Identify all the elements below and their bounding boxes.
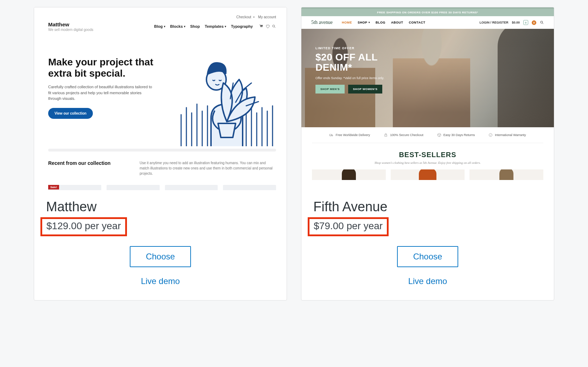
svg-point-2 [541, 21, 543, 23]
theme-preview[interactable]: Checkout•My account Matthew We sell mode… [34, 7, 287, 190]
menu-home: HOME [342, 21, 352, 24]
preview-divider [48, 149, 276, 152]
logo-title: Matthew [48, 21, 93, 27]
wishlist-count-badge: 0 [532, 20, 536, 25]
menu-about: ABOUT [391, 21, 403, 24]
hero-cta-button: View our collection [48, 108, 93, 119]
live-demo-link[interactable]: Live demo [408, 276, 447, 286]
theme-preview[interactable]: FREE SHIPPING ON ORDERS OVER $100 FREE 3… [301, 7, 554, 190]
price-highlight: $79.00 per year [308, 217, 389, 236]
menu-blog: BLOG [376, 21, 385, 24]
subsection-heading: Recent from our collection [48, 160, 129, 176]
preview-top-banner: FREE SHIPPING ON ORDERS OVER $100 FREE 3… [301, 7, 554, 16]
hero-offer-text: Offer ends Sunday. *Valid on full price … [315, 76, 384, 80]
chevron-down-icon: ▾ [369, 21, 370, 24]
nav-item-typography: Typography [231, 24, 253, 28]
brand-logo: 5th avenue [311, 20, 333, 25]
cart-count-badge: 0 [523, 20, 528, 25]
theme-price: $129.00 per year [46, 220, 121, 232]
search-icon [540, 20, 544, 25]
preview-thumbnails: Sale! [48, 185, 276, 190]
cart-amount: $0.00 [512, 21, 520, 24]
box-icon [437, 133, 441, 137]
nav-item-shop: Shop [190, 24, 200, 28]
nav-item-blocks: Blocks▾ [170, 24, 185, 28]
logo-tagline: We sell modern digital goods [48, 28, 93, 32]
preview-subsection: Recent from our collection Use it anytim… [48, 160, 276, 176]
chevron-down-icon: ▾ [225, 25, 226, 28]
preview-right-nav: LOGIN / REGISTER $0.00 0 0 [479, 20, 544, 25]
heart-icon [266, 24, 270, 28]
nav-item-templates: Templates▾ [205, 24, 226, 28]
theme-meta: Matthew $129.00 per year Choose Live dem… [34, 190, 287, 300]
theme-card-fifth-avenue: FREE SHIPPING ON ORDERS OVER $100 FREE 3… [301, 7, 554, 301]
product-image [499, 169, 513, 180]
hero-person-illustration [498, 29, 554, 127]
nav-item-blog: Blog▾ [154, 24, 165, 28]
hero-text: LIMITED TIME OFFER $20 OFF ALLDENIM* Off… [315, 46, 384, 94]
chevron-down-icon: ▾ [164, 25, 165, 28]
theme-meta: Fifth Avenue $79.00 per year Choose Live… [301, 190, 554, 300]
preview-logo: Matthew We sell modern digital goods [48, 21, 93, 32]
preview-hero: LIMITED TIME OFFER $20 OFF ALLDENIM* Off… [301, 29, 554, 127]
product-image [342, 169, 356, 180]
choose-button[interactable]: Choose [397, 246, 459, 267]
theme-card-matthew: Checkout•My account Matthew We sell mode… [34, 7, 287, 301]
feature-returns: Easy 30 Days Returns [437, 133, 475, 137]
subsection-desc: Use it anytime you need to add an illust… [140, 160, 276, 176]
chevron-down-icon: ▾ [184, 25, 185, 28]
hero-illustration [178, 41, 276, 146]
product-thumb [312, 169, 386, 180]
hero-headline: Make your project that extra bit special… [48, 57, 154, 79]
feature-secure: 100% Secure Checkout [384, 133, 423, 137]
hero-headline: $20 OFF ALLDENIM* [315, 52, 384, 73]
preview-bestsellers: BEST-SELLERS Shop women's clothing best … [301, 143, 554, 165]
hero-sub: Carefully crafted collection of beautifu… [48, 84, 154, 102]
svg-point-5 [332, 136, 333, 136]
bestsellers-title: BEST-SELLERS [312, 151, 543, 159]
menu-contact: CONTACT [409, 21, 426, 24]
svg-rect-3 [330, 134, 332, 136]
feature-delivery: Free Worldwide Delivery [329, 133, 370, 137]
live-demo-link[interactable]: Live demo [141, 276, 180, 286]
hero-shop-womens-button: SHOP WOMEN'S [348, 85, 383, 94]
price-highlight: $129.00 per year [40, 217, 127, 236]
theme-title: Matthew [46, 199, 275, 214]
preview-nav: Blog▾ Blocks▾ Shop Templates▾ Typography [154, 24, 276, 28]
preview-menu: HOME SHOP▾ BLOG ABOUT CONTACT [342, 21, 425, 24]
product-thumb [391, 169, 465, 180]
theme-title: Fifth Avenue [313, 199, 542, 214]
preview-navbar: 5th avenue HOME SHOP▾ BLOG ABOUT CONTACT… [301, 16, 554, 29]
account-link: My account [258, 15, 276, 19]
svg-rect-6 [385, 135, 387, 137]
choose-button[interactable]: Choose [130, 246, 191, 267]
preview-features: Free Worldwide Delivery 100% Secure Chec… [312, 127, 543, 143]
truck-icon [329, 133, 333, 137]
thumb-item: Sale! [48, 185, 101, 190]
login-link: LOGIN / REGISTER [479, 21, 508, 24]
svg-point-4 [330, 136, 331, 136]
thumb-item [223, 185, 276, 190]
feature-warranty: International Warranty [488, 133, 526, 137]
svg-point-0 [273, 25, 275, 27]
preview-products [301, 165, 554, 180]
hero-eyebrow: LIMITED TIME OFFER [315, 46, 384, 50]
menu-shop: SHOP▾ [358, 21, 370, 24]
bestsellers-sub: Shop women's clothing best sellers at 5t… [312, 161, 543, 165]
theme-grid: Checkout•My account Matthew We sell mode… [34, 7, 554, 301]
sale-badge: Sale! [48, 185, 59, 189]
hero-shop-mens-button: SHOP MEN'S [315, 85, 345, 94]
preview-hero: Make your project that extra bit special… [48, 57, 154, 119]
lock-icon [384, 133, 388, 137]
product-thumb [469, 169, 543, 180]
thumb-item [165, 185, 218, 190]
shield-check-icon [488, 133, 493, 137]
product-image [419, 169, 436, 180]
checkout-link: Checkout [236, 15, 251, 19]
theme-price: $79.00 per year [314, 220, 383, 232]
cart-icon [259, 24, 263, 28]
thumb-item [107, 185, 160, 190]
hero-person-illustration [393, 29, 470, 127]
preview-top-links: Checkout•My account [234, 15, 276, 19]
search-icon [272, 24, 276, 28]
